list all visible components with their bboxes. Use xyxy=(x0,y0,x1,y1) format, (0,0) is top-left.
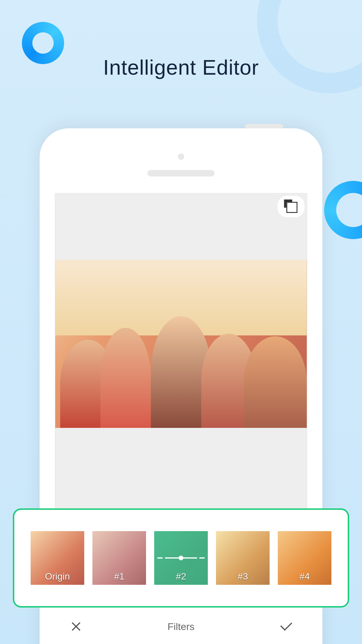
editor-canvas xyxy=(55,193,307,508)
decorative-circle xyxy=(257,0,362,93)
filter-thumb-3[interactable]: #3 xyxy=(216,531,270,585)
cancel-button[interactable]: close xyxy=(69,619,83,634)
decorative-circle xyxy=(22,22,64,64)
filter-label: Origin xyxy=(45,571,70,582)
filter-label: #2 xyxy=(176,571,186,582)
filter-label: #1 xyxy=(114,571,124,582)
filter-label: #4 xyxy=(299,571,310,582)
compare-icon xyxy=(285,201,297,212)
photo-content xyxy=(55,310,307,428)
phone-camera-icon xyxy=(178,153,184,160)
filter-thumb-origin[interactable]: Origin xyxy=(31,531,84,585)
decorative-circle xyxy=(324,181,362,239)
filter-label: #3 xyxy=(238,571,248,582)
filter-thumb-2-selected[interactable]: #2 xyxy=(154,531,208,585)
filter-intensity-slider-icon xyxy=(165,557,197,559)
compare-button[interactable] xyxy=(278,196,305,217)
bottom-toolbar: close Filters check xyxy=(54,609,308,644)
phone-speaker-icon xyxy=(147,170,215,176)
toolbar-title: Filters xyxy=(168,621,195,632)
phone-power-button xyxy=(245,124,283,128)
filter-thumb-4[interactable]: #4 xyxy=(278,531,331,585)
filter-thumb-1[interactable]: #1 xyxy=(92,531,146,585)
page-title: Intelligent Editor xyxy=(103,55,259,79)
confirm-button[interactable]: check xyxy=(279,619,293,634)
filter-strip: Origin #1 #2 #3 #4 xyxy=(13,508,349,608)
main-photo-preview[interactable] xyxy=(55,260,307,428)
